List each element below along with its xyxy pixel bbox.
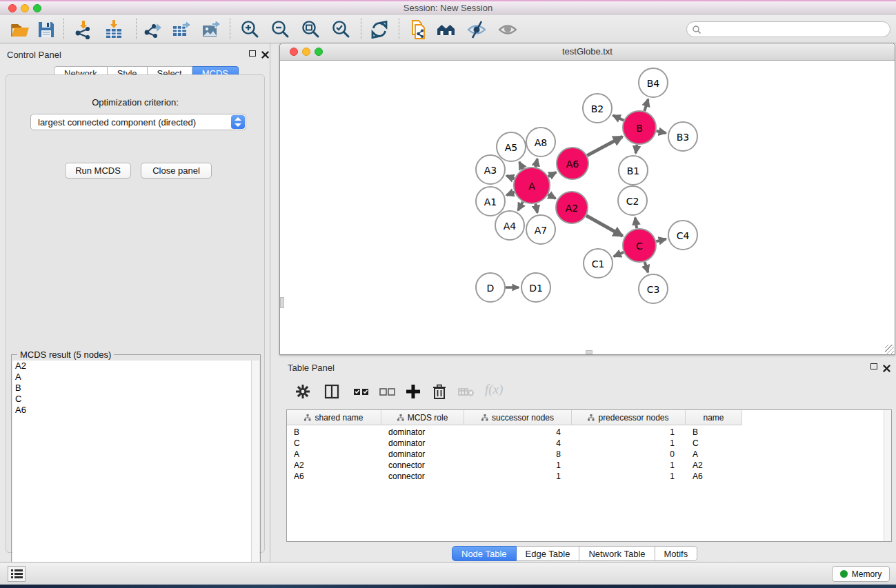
network-left-handle[interactable] [280, 297, 284, 308]
edge-A6-B[interactable] [587, 136, 622, 155]
attribute-tree-icon [397, 414, 404, 421]
mcds-result-groupbox: MCDS result (5 nodes) A2ABCA6 [11, 354, 261, 588]
cell-shared-name: B [294, 427, 381, 438]
search-box[interactable] [686, 21, 890, 37]
edge-C-C3[interactable] [645, 262, 648, 272]
edge-A-A1[interactable] [506, 192, 514, 195]
delete-column-trash-icon[interactable] [431, 383, 449, 401]
tab-motifs[interactable]: Motifs [655, 546, 698, 561]
save-session-icon[interactable] [36, 19, 57, 40]
edge-B-B4[interactable] [644, 99, 648, 111]
show-columns-icon[interactable] [323, 383, 341, 401]
mcds-result-title: MCDS result (5 nodes) [17, 349, 114, 360]
tab-node-table[interactable]: Node Table [452, 546, 517, 561]
edge-A2-C[interactable] [586, 216, 623, 236]
function-builder-icon[interactable]: f(x) [485, 382, 512, 400]
edge-A-A5[interactable] [519, 162, 523, 169]
mcds-result-item[interactable]: A6 [12, 405, 252, 416]
new-network-from-selection-icon[interactable] [407, 19, 428, 40]
node-table[interactable]: shared nameMCDS rolesuccessor nodesprede… [286, 409, 892, 542]
node-label-C: C [636, 241, 643, 252]
attribute-tree-icon [588, 414, 595, 421]
edge-B-B1[interactable] [636, 145, 637, 154]
edge-A-A3[interactable] [506, 176, 514, 179]
export-table-icon[interactable] [171, 19, 192, 40]
close-panel-button[interactable]: Close panel [141, 163, 212, 179]
table-row[interactable]: Adominator80A [287, 449, 742, 460]
refresh-icon[interactable] [369, 19, 390, 40]
edge-A-A6[interactable] [548, 172, 557, 176]
edge-A-A4[interactable] [518, 202, 523, 210]
table-tabs: Node TableEdge TableNetwork TableMotifs [452, 546, 697, 561]
column-header-name[interactable]: name [686, 410, 742, 425]
memory-button[interactable]: Memory [832, 566, 890, 582]
node-label-B1: B1 [627, 165, 640, 176]
run-mcds-button[interactable]: Run MCDS [65, 163, 131, 179]
mcds-result-item[interactable]: A [12, 372, 252, 383]
network-minimize-button[interactable] [302, 48, 310, 56]
cell-predecessor-nodes: 1 [572, 460, 675, 471]
table-row[interactable]: Cdominator41C [287, 438, 742, 449]
optimization-criterion-select[interactable]: largest connected component (directed) [30, 114, 246, 130]
add-column-icon[interactable] [405, 383, 423, 401]
network-zoom-button[interactable] [315, 48, 323, 56]
edge-A-A2[interactable] [548, 194, 556, 199]
open-file-icon[interactable] [10, 19, 30, 40]
column-header-successor-nodes[interactable]: successor nodes [464, 410, 572, 425]
table-row[interactable]: A2connector11A2 [287, 460, 742, 471]
column-header-MCDS-role[interactable]: MCDS role [381, 410, 464, 425]
mcds-result-scrollbar[interactable] [251, 361, 259, 588]
close-panel-icon[interactable] [261, 49, 269, 61]
import-network-icon[interactable] [73, 19, 94, 40]
zoom-in-icon[interactable] [239, 19, 260, 40]
unselect-all-icon[interactable] [379, 383, 397, 401]
mcds-result-list[interactable]: A2ABCA6 [12, 361, 252, 588]
node-label-B2: B2 [591, 103, 604, 114]
edge-A-A7[interactable] [535, 203, 537, 212]
float-panel-icon[interactable] [249, 50, 256, 57]
table-scrollbar[interactable] [884, 410, 891, 541]
mcds-result-item[interactable]: C [12, 394, 252, 405]
show-eye-icon[interactable] [497, 19, 518, 40]
cell-MCDS-role: dominator [388, 449, 464, 460]
import-table-icon[interactable] [103, 19, 124, 40]
network-window-titlebar[interactable]: testGlobe.txt [280, 43, 895, 61]
table-row[interactable]: Bdominator41B [287, 427, 742, 438]
close-window-button[interactable] [8, 4, 17, 12]
table-float-icon[interactable] [870, 363, 877, 369]
export-image-icon[interactable] [201, 19, 221, 40]
zoom-selected-icon[interactable] [330, 19, 351, 40]
hide-selected-eye-slash-icon[interactable] [466, 19, 487, 40]
mcds-result-item[interactable]: A2 [12, 361, 252, 372]
mcds-tab-content: Optimization criterion: largest connecte… [6, 74, 265, 553]
mcds-result-item[interactable]: B [12, 383, 252, 394]
export-network-icon[interactable] [142, 19, 163, 40]
table-header-row: shared nameMCDS rolesuccessor nodesprede… [287, 410, 742, 425]
edge-C-C1[interactable] [614, 252, 624, 256]
table-row[interactable]: A6connector11A6 [287, 471, 742, 482]
column-header-predecessor-nodes[interactable]: predecessor nodes [572, 410, 686, 425]
zoom-out-icon[interactable] [270, 19, 290, 40]
zoom-fit-icon[interactable] [300, 19, 321, 40]
edge-B-B2[interactable] [613, 115, 624, 120]
search-input[interactable] [705, 23, 884, 36]
tab-network-table[interactable]: Network Table [579, 546, 655, 561]
edge-A-A8[interactable] [535, 159, 537, 167]
network-resize-grip[interactable] [885, 345, 894, 354]
zoom-window-button[interactable] [33, 4, 41, 12]
table-settings-gear-icon[interactable] [295, 383, 312, 401]
edge-C-C2[interactable] [635, 218, 637, 229]
edge-C-C4[interactable] [656, 239, 666, 241]
column-header-shared-name[interactable]: shared name [287, 410, 381, 425]
delete-table-icon[interactable] [457, 383, 475, 401]
task-history-button[interactable] [8, 566, 26, 582]
network-bottom-handle[interactable] [586, 350, 593, 354]
network-close-button[interactable] [290, 48, 298, 56]
edge-B-B3[interactable] [656, 131, 666, 133]
network-canvas[interactable]: B4B2BB3A5A8A6A3B1AA1C2A2A4A7C4CC1C3DD1 [280, 61, 895, 354]
houses-icon[interactable] [436, 19, 457, 40]
minimize-window-button[interactable] [21, 4, 29, 12]
tab-edge-table[interactable]: Edge Table [517, 546, 580, 561]
select-all-icon[interactable] [352, 383, 370, 401]
table-close-icon[interactable] [883, 363, 890, 375]
